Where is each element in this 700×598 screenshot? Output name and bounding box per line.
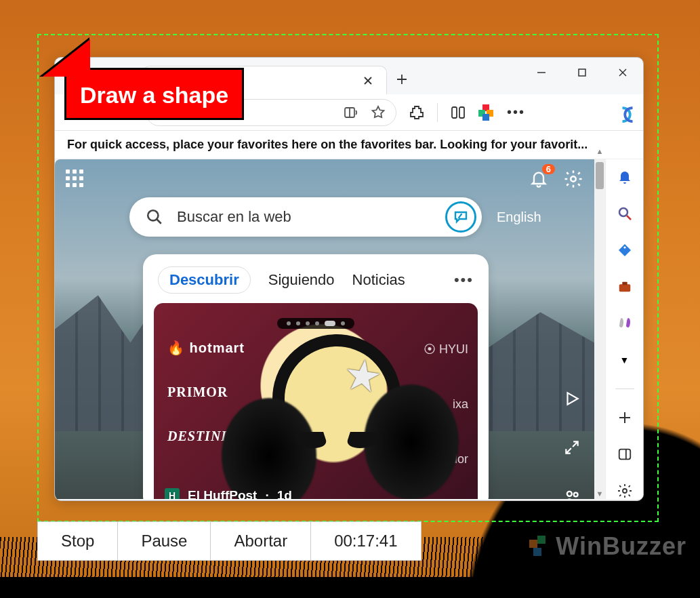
- new-tab-button[interactable]: [387, 64, 417, 94]
- svg-rect-24: [622, 282, 627, 285]
- recorder-stop-button[interactable]: Stop: [38, 522, 118, 560]
- recorder-abort-button[interactable]: Abortar: [211, 522, 311, 560]
- split-screen-icon[interactable]: [450, 104, 466, 121]
- sidebar-search-icon[interactable]: [616, 205, 634, 222]
- svg-marker-17: [568, 393, 578, 404]
- app-launcher-icon[interactable]: [66, 170, 85, 188]
- page-scrollbar[interactable]: ▲ ▼: [594, 159, 605, 499]
- window-controls: [521, 58, 643, 87]
- annotation-text: Draw a shape: [80, 82, 228, 108]
- edge-sidebar: ▼: [605, 159, 643, 499]
- svg-rect-23: [619, 284, 630, 292]
- recorder-pause-button[interactable]: Pause: [118, 522, 211, 560]
- extensions-icon[interactable]: [409, 104, 425, 121]
- browser-window: b arch or enter... •••: [54, 57, 644, 501]
- sidebar-bell-icon[interactable]: [616, 169, 634, 185]
- expand-icon[interactable]: [563, 439, 582, 456]
- svg-line-16: [157, 219, 161, 224]
- read-aloud-icon[interactable]: [343, 104, 359, 121]
- article-age: 1d: [277, 488, 292, 499]
- window-close-button[interactable]: [602, 58, 643, 87]
- svg-point-22: [623, 246, 625, 248]
- new-tab-page: 6 Buscar en la web English: [55, 159, 594, 499]
- recorder-timer: 00:17:41: [311, 522, 420, 560]
- feed-tabs: Descubrir Siguiendo Noticias •••: [154, 264, 478, 303]
- sidebar-shopping-icon[interactable]: [616, 242, 634, 258]
- article-figure-eyes: [296, 432, 377, 459]
- notifications-bell-icon[interactable]: 6: [529, 170, 548, 188]
- svg-rect-27: [619, 450, 630, 460]
- feed-article[interactable]: hotmart PRIMOR DESTINIA ⦿ HYUI ixa dor ★: [154, 303, 478, 499]
- source-icon: H: [165, 488, 180, 499]
- feed-tabs-more-icon[interactable]: •••: [454, 271, 474, 289]
- svg-rect-1: [537, 536, 545, 544]
- scroll-thumb[interactable]: [596, 162, 604, 189]
- play-icon[interactable]: [563, 390, 582, 407]
- sidebar-settings-icon[interactable]: [616, 483, 634, 499]
- feed-tab-discover[interactable]: Descubrir: [158, 266, 251, 294]
- svg-point-15: [148, 210, 158, 220]
- sidebar-divider: [615, 388, 634, 389]
- sidebar-games-icon[interactable]: [616, 315, 634, 332]
- window-maximize-button[interactable]: [562, 58, 602, 87]
- sidebar-panel-icon[interactable]: [616, 446, 634, 462]
- svg-point-18: [567, 492, 572, 496]
- svg-rect-4: [579, 69, 585, 76]
- sidebar-tools-icon[interactable]: [616, 279, 634, 295]
- svg-rect-0: [529, 540, 537, 548]
- feed-tab-news[interactable]: Noticias: [352, 271, 405, 289]
- carousel-dots[interactable]: [277, 318, 354, 329]
- people-icon[interactable]: [563, 487, 582, 499]
- scroll-down-icon[interactable]: ▼: [594, 490, 605, 498]
- article-source: El HuffPost: [188, 488, 257, 499]
- svg-point-29: [623, 489, 627, 493]
- svg-point-20: [619, 208, 627, 216]
- svg-point-14: [571, 176, 576, 182]
- article-byline: H El HuffPost · 1d: [165, 488, 292, 499]
- favorite-star-icon[interactable]: [370, 104, 386, 121]
- article-figure-star: ★: [340, 348, 386, 403]
- svg-line-21: [627, 216, 631, 220]
- feed-card: Descubrir Siguiendo Noticias ••• hotmart…: [143, 254, 489, 499]
- feed-tab-following[interactable]: Siguiendo: [268, 271, 335, 289]
- scroll-up-icon[interactable]: ▲: [594, 147, 605, 155]
- sidebar-more-caret-icon[interactable]: ▼: [616, 352, 634, 368]
- svg-point-19: [574, 493, 578, 497]
- svg-rect-12: [452, 107, 457, 118]
- window-minimize-button[interactable]: [521, 58, 562, 87]
- bing-chat-icon[interactable]: [445, 201, 476, 233]
- ntp-right-actions: [563, 390, 582, 499]
- svg-rect-2: [533, 548, 541, 556]
- watermark: WinBuzzer: [527, 532, 686, 561]
- annotation-callout: Draw a shape: [64, 68, 244, 120]
- recorder-toolbar: Stop Pause Abortar 00:17:41: [37, 521, 421, 561]
- svg-rect-13: [459, 107, 464, 118]
- favorites-bar-hint: For quick access, place your favorites h…: [55, 131, 643, 159]
- notifications-badge: 6: [542, 164, 555, 174]
- toolbar-separator: [437, 103, 438, 122]
- search-icon: [146, 208, 163, 226]
- sidebar-add-icon[interactable]: [616, 410, 634, 426]
- ntp-settings-icon[interactable]: [563, 169, 583, 189]
- tab-close-button[interactable]: [359, 73, 377, 88]
- language-selector[interactable]: English: [497, 210, 541, 225]
- ntp-search-placeholder: Buscar en la web: [177, 208, 432, 226]
- more-menu-icon[interactable]: •••: [507, 104, 523, 121]
- copilot-icon[interactable]: [617, 104, 634, 121]
- ntp-search-box[interactable]: Buscar en la web: [129, 197, 482, 237]
- collections-icon[interactable]: [478, 104, 495, 121]
